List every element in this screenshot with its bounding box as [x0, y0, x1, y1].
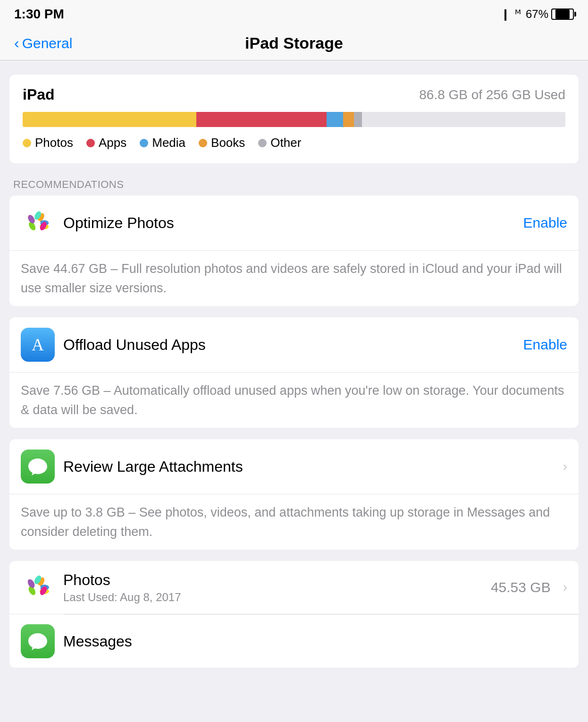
legend-dot-photos [23, 139, 31, 147]
review-attachments-title: Review Large Attachments [63, 458, 554, 476]
bar-other [354, 112, 362, 127]
legend-label-other: Other [270, 136, 301, 150]
legend-label-apps: Apps [99, 136, 126, 150]
bar-apps [196, 112, 327, 127]
page-title: iPad Storage [245, 34, 343, 52]
offload-apps-row[interactable]: A Offload Unused Apps Enable [9, 317, 579, 373]
photos-app-icon [21, 570, 55, 604]
back-label: General [22, 35, 73, 51]
svg-text:A: A [32, 335, 44, 354]
legend-photos: Photos [23, 136, 73, 150]
back-button[interactable]: ‹ General [14, 34, 72, 52]
legend-media: Media [140, 136, 185, 150]
offload-apps-title: Offload Unused Apps [63, 336, 515, 354]
battery-fill [555, 9, 569, 19]
offload-apps-enable-button[interactable]: Enable [523, 337, 567, 353]
review-attachments-row[interactable]: Review Large Attachments › [9, 439, 579, 494]
status-icons: ❙ ᴹ 67% [501, 8, 574, 21]
device-name: iPad [23, 86, 55, 103]
battery-percent: 67% [526, 8, 548, 21]
storage-bar [23, 112, 565, 127]
legend-dot-apps [86, 139, 95, 147]
optimize-photos-row[interactable]: Optimize Photos Enable [9, 195, 579, 251]
messages-app-icon [21, 624, 55, 658]
nav-bar: ‹ General iPad Storage [0, 26, 588, 60]
optimize-photos-enable-button[interactable]: Enable [523, 215, 567, 231]
legend-dot-books [199, 139, 207, 147]
messages-app-name: Messages [63, 633, 567, 650]
bluetooth-icon: ᴹ [515, 8, 521, 21]
legend-apps: Apps [86, 136, 126, 150]
storage-used-text: 86.8 GB of 256 GB Used [419, 87, 565, 102]
storage-legend: Photos Apps Media Books Other [23, 136, 565, 150]
legend-label-books: Books [211, 136, 245, 150]
legend-dot-other [258, 139, 267, 147]
messages-app-svg [26, 629, 50, 653]
location-icon: ❙ [501, 8, 510, 21]
photos-app-row[interactable]: Photos Last Used: Aug 8, 2017 45.53 GB › [9, 561, 579, 614]
legend-other: Other [258, 136, 301, 150]
offload-apps-description: Save 7.56 GB – Automatically offload unu… [9, 373, 579, 428]
legend-dot-media [140, 139, 148, 147]
messages-app-row[interactable]: Messages [9, 615, 579, 668]
legend-label-photos: Photos [35, 136, 73, 150]
offload-apps-card: A Offload Unused Apps Enable Save 7.56 G… [9, 317, 579, 428]
status-bar: 1:30 PM ❙ ᴹ 67% [0, 0, 588, 26]
bar-media [327, 112, 343, 127]
storage-header: iPad 86.8 GB of 256 GB Used [23, 86, 565, 103]
main-content: iPad 86.8 GB of 256 GB Used Photos Apps … [0, 60, 588, 682]
photos-last-used: Last Used: Aug 8, 2017 [63, 591, 482, 604]
photos-app-svg [21, 570, 55, 604]
battery-icon [551, 8, 574, 20]
bar-photos [23, 112, 196, 127]
appstore-svg-icon: A [26, 333, 49, 356]
messages-app-info: Messages [63, 633, 567, 650]
photos-app-name: Photos [63, 571, 482, 589]
photos-svg-icon [21, 206, 54, 239]
optimize-photos-icon [21, 206, 55, 240]
optimize-photos-card: Optimize Photos Enable Save 44.67 GB – F… [9, 195, 579, 306]
recommendations-section-header: RECOMMENDATIONS [9, 178, 579, 195]
review-attachments-chevron-icon: › [563, 459, 567, 474]
legend-label-media: Media [152, 136, 185, 150]
optimize-photos-description: Save 44.67 GB – Full resolution photos a… [9, 251, 579, 306]
legend-books: Books [199, 136, 245, 150]
review-attachments-card[interactable]: Review Large Attachments › Save up to 3.… [9, 439, 579, 550]
photos-app-size: 45.53 GB [491, 579, 551, 595]
messages-svg-icon [26, 455, 50, 478]
storage-card: iPad 86.8 GB of 256 GB Used Photos Apps … [9, 75, 579, 163]
svg-point-20 [35, 585, 41, 590]
review-attachments-icon [21, 450, 55, 484]
svg-point-9 [35, 220, 41, 226]
review-attachments-description: Save up to 3.8 GB – See photos, videos, … [9, 494, 579, 550]
optimize-photos-title: Optimize Photos [63, 214, 515, 232]
photos-app-info: Photos Last Used: Aug 8, 2017 [63, 571, 482, 604]
offload-apps-icon: A [21, 328, 55, 362]
photos-chevron-icon: › [563, 580, 567, 595]
bar-books [343, 112, 354, 127]
battery-container: 67% [526, 8, 574, 21]
back-chevron-icon: ‹ [14, 34, 19, 52]
status-time: 1:30 PM [14, 7, 64, 22]
apps-list-card: Photos Last Used: Aug 8, 2017 45.53 GB ›… [9, 561, 579, 668]
